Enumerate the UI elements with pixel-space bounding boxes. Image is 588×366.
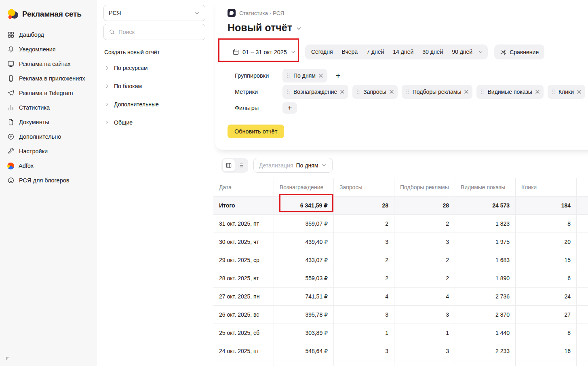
sidebar-item-adfox[interactable]: Adfox xyxy=(0,159,97,173)
preset-yesterday[interactable]: Вчера xyxy=(337,44,362,59)
sidebar-item-documents[interactable]: Документы xyxy=(0,115,97,129)
sidebar-item-ads-telegram[interactable]: Реклама в Telegram xyxy=(0,86,97,100)
drag-handle-icon xyxy=(356,89,360,95)
detail-select[interactable]: Детализация По дням xyxy=(253,158,333,173)
report-group-label: Дополнительные xyxy=(114,101,159,108)
list-rows-icon xyxy=(238,162,244,169)
cell-picks: 4 xyxy=(394,288,455,306)
sidebar-item-ads-in-apps[interactable]: Реклама в приложениях xyxy=(0,71,97,86)
cell-picks: 3 xyxy=(394,233,455,251)
compare-icon xyxy=(500,49,506,55)
cell-date: 23 окт. 2025, чт xyxy=(213,360,274,366)
sidebar-item-additional[interactable]: Дополнительно xyxy=(0,129,97,144)
report-group-general[interactable]: Общие xyxy=(103,113,205,131)
drag-handle-icon xyxy=(287,73,290,78)
cell-shows: 2 870 xyxy=(455,306,516,324)
table-row: 27 окт. 2025, пн 741,51 ₽ 4 4 2 736 24 xyxy=(213,288,588,306)
report-group-by-resources[interactable]: По ресурсам xyxy=(103,59,205,77)
table-row: 23 окт. 2025, чт 616,78 ₽ 2 2 1 625 11 xyxy=(213,360,588,366)
date-range-picker[interactable]: 01 – 31 окт 2025 xyxy=(228,45,301,59)
cell-reward: 439,40 ₽ xyxy=(274,233,334,251)
cell-clicks: 11 xyxy=(516,360,577,366)
collapse-sidebar-button[interactable] xyxy=(4,355,11,363)
remove-chip-icon[interactable] xyxy=(319,74,323,78)
column-header[interactable]: Дата xyxy=(213,178,274,197)
sidebar-item-label: Дашборд xyxy=(19,32,44,38)
sidebar-item-statistics[interactable]: Статистика xyxy=(0,100,97,115)
chevron-down-icon[interactable] xyxy=(478,49,484,55)
cell-reward: 303,89 ₽ xyxy=(274,324,334,342)
add-filter-button[interactable]: + xyxy=(282,102,297,114)
sidebar-item-label: Adfox xyxy=(19,163,34,169)
table-row: 25 окт. 2025, сб 303,89 ₽ 1 1 1 440 8 xyxy=(213,324,588,342)
preset-30-days[interactable]: 30 дней xyxy=(418,44,447,59)
table-view-button[interactable] xyxy=(223,159,235,171)
sidebar-item-settings[interactable]: Настройки xyxy=(0,144,97,159)
calendar-icon xyxy=(232,49,239,55)
table-header-row: Дата Вознаграждение Запросы Подборы рекл… xyxy=(213,178,588,197)
wrench-icon xyxy=(7,148,15,155)
report-filter-card: Статистика · РСЯ Новый отчёт 01 – 31 окт… xyxy=(215,0,588,150)
cell-shows: 1 625 xyxy=(455,360,516,366)
chevron-down-icon[interactable] xyxy=(295,25,302,32)
chevron-right-icon xyxy=(104,120,110,125)
sidebar-item-notifications[interactable]: Уведомления xyxy=(0,42,97,57)
remove-chip-icon[interactable] xyxy=(464,90,468,94)
preset-today[interactable]: Сегодня xyxy=(307,44,337,59)
cell-clicks: 6 xyxy=(516,269,577,288)
preset-14-days[interactable]: 14 дней xyxy=(388,44,418,59)
compare-label: Сравнение xyxy=(510,49,539,55)
metric-chip[interactable]: Подборы рекламы xyxy=(402,85,473,99)
total-reward: 6 341,59 ₽ xyxy=(274,197,334,215)
column-header[interactable]: Запросы xyxy=(334,178,394,197)
grouping-chip[interactable]: По дням xyxy=(282,69,327,83)
table-toolbar: Детализация По дням xyxy=(221,158,588,173)
drag-handle-icon xyxy=(287,89,290,95)
cell-picks: 2 xyxy=(394,251,455,269)
remove-chip-icon[interactable] xyxy=(340,90,344,94)
cell-requests: 4 xyxy=(334,288,394,306)
metric-chip[interactable]: Клики xyxy=(548,85,585,99)
sidebar-item-ads-on-sites[interactable]: Реклама на сайтах xyxy=(0,57,97,71)
metric-chip[interactable]: Видимые показы xyxy=(476,85,543,99)
detail-value: По дням xyxy=(296,162,318,169)
column-header[interactable]: Вознаграждение xyxy=(274,178,334,197)
report-type-select[interactable]: РСЯ xyxy=(103,5,205,21)
column-header[interactable]: Клики xyxy=(516,178,577,197)
sidebar-item-dashboard[interactable]: Дашборд xyxy=(0,28,97,42)
smiley-icon xyxy=(7,177,15,184)
filters-row: Фильтры + xyxy=(228,100,588,116)
bar-chart-icon xyxy=(7,104,15,111)
remove-chip-icon[interactable] xyxy=(577,90,581,94)
preset-7-days[interactable]: 7 дней xyxy=(362,44,388,59)
search-icon xyxy=(109,29,115,35)
cell-empty xyxy=(577,197,588,215)
cell-date: 29 окт. 2025, ср xyxy=(213,251,274,269)
table-row: 26 окт. 2025, вс 395,78 ₽ 3 3 2 870 27 xyxy=(213,306,588,324)
column-header[interactable]: Подборы рекламы xyxy=(394,178,455,197)
drag-handle-icon xyxy=(406,89,409,95)
total-label: Итого xyxy=(213,197,274,215)
update-report-button[interactable]: Обновить отчёт xyxy=(228,125,284,138)
sidebar-item-rsya-bloggers[interactable]: РСЯ для блогеров xyxy=(0,173,97,188)
preset-90-days[interactable]: 90 дней xyxy=(447,44,477,59)
phone-icon xyxy=(7,75,15,82)
compare-button[interactable]: Сравнение xyxy=(494,44,544,59)
remove-chip-icon[interactable] xyxy=(390,90,394,94)
list-view-button[interactable] xyxy=(235,159,247,171)
cell-picks: 3 xyxy=(394,306,455,324)
column-header[interactable]: Видимые показы xyxy=(455,178,516,197)
breadcrumb[interactable]: Статистика · РСЯ xyxy=(228,9,588,17)
metric-chip[interactable]: Вознаграждение xyxy=(282,85,348,99)
cell-shows: 1 683 xyxy=(455,251,516,269)
search-box xyxy=(103,24,205,40)
add-grouping-button[interactable]: + xyxy=(336,72,341,80)
logo: Рекламная сеть xyxy=(0,6,97,28)
metric-chip[interactable]: Запросы xyxy=(352,85,397,99)
report-group-additional[interactable]: Дополнительные xyxy=(103,95,205,113)
table-columns-icon xyxy=(226,162,232,169)
report-group-by-blocks[interactable]: По блокам xyxy=(103,77,205,95)
search-input[interactable] xyxy=(118,29,200,35)
cell-date: 27 окт. 2025, пн xyxy=(213,288,274,306)
remove-chip-icon[interactable] xyxy=(535,90,540,94)
